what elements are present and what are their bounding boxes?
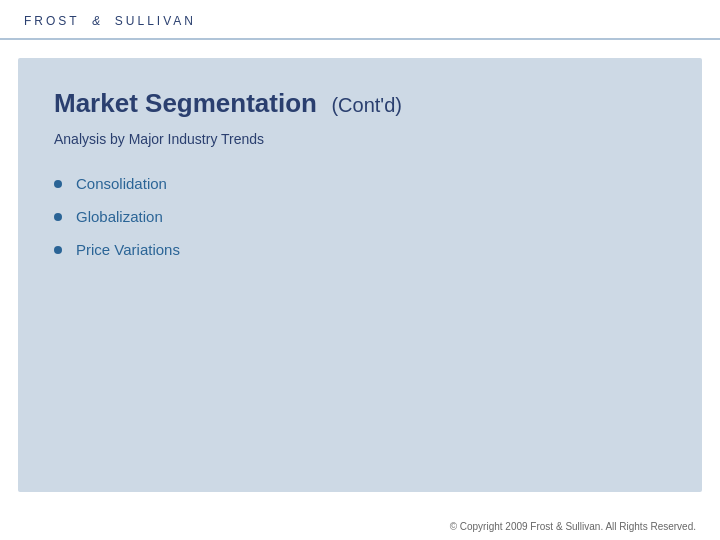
- slide-container: FROST & SULLIVAN Market Segmentation (Co…: [0, 0, 720, 540]
- title-cont: (Cont'd): [331, 94, 402, 116]
- bullet-text: Globalization: [76, 208, 163, 225]
- bullet-dot-icon: [54, 180, 62, 188]
- title-main: Market Segmentation: [54, 88, 317, 118]
- copyright-text: © Copyright 2009 Frost & Sullivan. All R…: [450, 521, 696, 532]
- content-area: Market Segmentation (Cont'd) Analysis by…: [18, 58, 702, 492]
- bullet-text: Consolidation: [76, 175, 167, 192]
- list-item: Globalization: [54, 208, 666, 225]
- logo: FROST & SULLIVAN: [24, 14, 196, 28]
- bullet-dot-icon: [54, 246, 62, 254]
- bullet-list: ConsolidationGlobalizationPrice Variatio…: [54, 175, 666, 274]
- footer-bar: © Copyright 2009 Frost & Sullivan. All R…: [0, 510, 720, 540]
- bullet-text: Price Variations: [76, 241, 180, 258]
- slide-title: Market Segmentation (Cont'd): [54, 88, 666, 119]
- list-item: Consolidation: [54, 175, 666, 192]
- slide-subtitle: Analysis by Major Industry Trends: [54, 131, 666, 147]
- header-bar: FROST & SULLIVAN: [0, 0, 720, 40]
- bullet-dot-icon: [54, 213, 62, 221]
- list-item: Price Variations: [54, 241, 666, 258]
